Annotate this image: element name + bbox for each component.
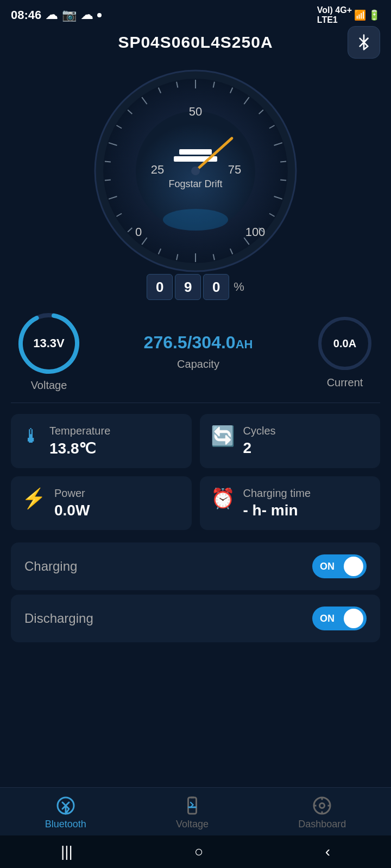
cycles-icon: 🔄 — [211, 425, 235, 448]
signal-icon: 📶 — [354, 9, 366, 21]
digit-ones: 0 — [203, 274, 229, 300]
nav-bluetooth-label: Bluetooth — [45, 819, 86, 830]
cycles-content: Cycles 2 — [243, 425, 276, 457]
status-right: Vol) 4G+LTE1 📶 🔋 — [317, 5, 380, 25]
percentage-display: 0 9 0 % — [0, 274, 391, 300]
android-nav: ||| ○ ‹ — [0, 835, 391, 868]
capacity-display: 276.5/304.0AH — [144, 333, 253, 353]
cycles-title: Cycles — [243, 425, 276, 437]
page-title: SP04S060L4S250A — [118, 33, 273, 52]
svg-line-26 — [105, 161, 111, 162]
charging-time-title: Charging time — [243, 487, 311, 500]
nav-dashboard-label: Dashboard — [298, 819, 346, 830]
current-circle: 0.0A — [315, 314, 375, 373]
power-icon: ⚡ — [22, 487, 46, 510]
nav-bluetooth[interactable]: Bluetooth — [45, 796, 86, 830]
metrics-row: 13.3V Voltage 276.5/304.0AH Capacity 0.0… — [0, 303, 391, 400]
gauge-section: 0 25 50 75 100 Fogstar Drift — [0, 57, 391, 279]
temperature-content: Temperature 13.8℃ — [49, 425, 110, 457]
svg-text:0: 0 — [135, 225, 142, 239]
current-metric: 0.0A Current — [315, 314, 375, 389]
charging-toggle-knob — [344, 557, 363, 576]
android-back-button[interactable]: ||| — [61, 843, 73, 860]
charging-label: Charging — [24, 559, 77, 574]
discharging-toggle-row: Discharging ON — [11, 595, 380, 642]
svg-text:100: 100 — [245, 225, 266, 239]
cloud2-icon: ☁ — [81, 8, 93, 22]
svg-text:Fogstar Drift: Fogstar Drift — [168, 178, 222, 189]
power-title: Power — [54, 487, 90, 500]
charging-time-card: ⏰ Charging time - h- min — [200, 476, 381, 530]
bluetooth-button[interactable] — [348, 26, 380, 59]
charging-time-card-header: ⏰ Charging time - h- min — [211, 487, 370, 519]
discharging-toggle[interactable]: ON — [312, 607, 367, 630]
nav-dashboard[interactable]: Dashboard — [298, 796, 346, 830]
svg-line-10 — [280, 161, 286, 162]
bottom-nav: Bluetooth Voltage Dashboard — [0, 787, 391, 835]
status-time: 08:46 — [11, 8, 41, 22]
status-left: 08:46 ☁ 📷 ☁ — [11, 8, 102, 22]
power-content: Power 0.0W — [54, 487, 90, 519]
cycles-value: 2 — [243, 439, 276, 457]
cloud-icon: ☁ — [46, 8, 58, 22]
capacity-value: 276.5/304.0AH — [144, 333, 253, 352]
digit-hundreds: 0 — [147, 274, 173, 300]
clock-icon: ⏰ — [211, 487, 235, 510]
camera-icon: 📷 — [62, 8, 77, 22]
charging-toggle-row: Charging ON — [11, 542, 380, 590]
svg-text:50: 50 — [189, 105, 202, 118]
discharging-label: Discharging — [24, 611, 93, 626]
charging-toggle-state: ON — [320, 561, 335, 572]
digit-tens: 9 — [175, 274, 201, 300]
temperature-title: Temperature — [49, 425, 110, 437]
current-label: Current — [327, 376, 363, 389]
cycles-card: 🔄 Cycles 2 — [200, 414, 381, 468]
android-home-button[interactable]: ○ — [194, 843, 204, 860]
svg-text:25: 25 — [151, 163, 164, 176]
header: SP04S060L4S250A — [0, 28, 391, 57]
voltage-metric: 13.3V Voltage — [16, 311, 81, 392]
svg-point-41 — [163, 209, 228, 231]
power-card: ⚡ Power 0.0W — [11, 476, 192, 530]
thermometer-icon: 🌡 — [22, 425, 41, 448]
battery-icon: 🔋 — [368, 9, 380, 21]
current-value: 0.0A — [333, 337, 356, 350]
charging-time-content: Charging time - h- min — [243, 487, 311, 519]
svg-line-11 — [280, 180, 286, 180]
cards-grid: 🌡 Temperature 13.8℃ 🔄 Cycles 2 ⚡ Power 0… — [0, 406, 391, 538]
temperature-value: 13.8℃ — [49, 439, 110, 457]
status-bar: 08:46 ☁ 📷 ☁ Vol) 4G+LTE1 📶 🔋 — [0, 0, 391, 28]
nav-voltage[interactable]: Voltage — [176, 796, 209, 830]
divider-1 — [11, 403, 380, 403]
percent-sign: % — [234, 280, 244, 294]
voltage-circle: 13.3V — [16, 311, 81, 376]
gauge-container: 0 25 50 75 100 Fogstar Drift — [92, 68, 299, 274]
temperature-card-header: 🌡 Temperature 13.8℃ — [22, 425, 181, 457]
nav-voltage-label: Voltage — [176, 819, 209, 830]
charging-time-value: - h- min — [243, 502, 311, 519]
status-dot — [97, 13, 102, 17]
power-card-header: ⚡ Power 0.0W — [22, 487, 181, 519]
discharging-toggle-state: ON — [320, 613, 335, 624]
charging-toggle[interactable]: ON — [312, 554, 367, 578]
temperature-card: 🌡 Temperature 13.8℃ — [11, 414, 192, 468]
android-recents-button[interactable]: ‹ — [325, 843, 330, 860]
capacity-label: Capacity — [177, 358, 219, 371]
network-icon: Vol) 4G+LTE1 — [317, 5, 352, 25]
capacity-metric: 276.5/304.0AH Capacity — [144, 333, 253, 371]
svg-line-25 — [105, 180, 111, 180]
svg-point-52 — [320, 803, 325, 808]
cycles-card-header: 🔄 Cycles 2 — [211, 425, 370, 457]
svg-text:75: 75 — [228, 163, 241, 176]
voltage-value: 13.3V — [33, 336, 65, 350]
discharging-toggle-knob — [344, 609, 363, 628]
power-value: 0.0W — [54, 502, 90, 519]
svg-rect-39 — [179, 149, 212, 155]
